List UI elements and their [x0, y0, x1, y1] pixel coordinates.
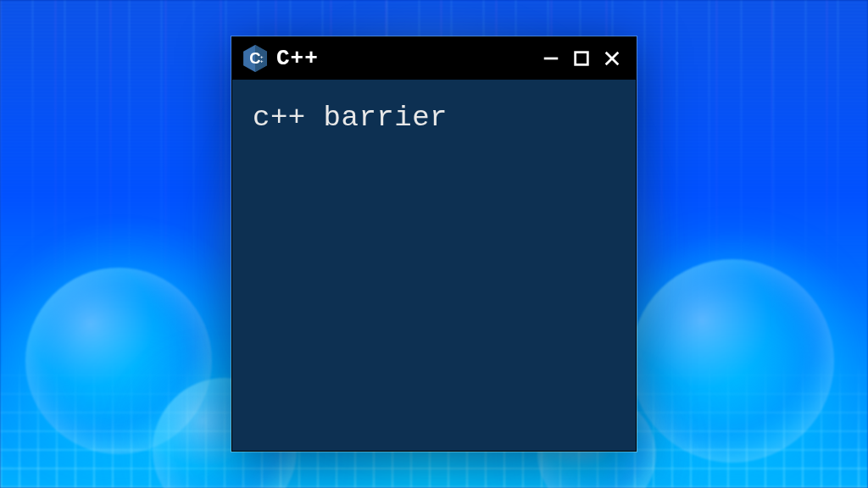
maximize-icon [572, 49, 591, 68]
svg-rect-6 [576, 53, 588, 65]
window-title: C++ [276, 46, 531, 71]
close-button[interactable] [600, 47, 624, 70]
terminal-body[interactable]: c++ barrier [232, 80, 636, 451]
close-icon [603, 49, 621, 68]
cpp-logo-icon: C + + [242, 44, 268, 73]
svg-text:C: C [249, 49, 260, 67]
titlebar[interactable]: C + + C++ [232, 37, 636, 80]
terminal-window: C + + C++ c++ barrier [231, 36, 637, 452]
window-frame: C + + C++ c++ barrier [231, 36, 637, 452]
svg-text:+: + [260, 58, 264, 64]
terminal-text: c++ barrier [253, 102, 448, 134]
minimize-button[interactable] [539, 47, 563, 70]
minimize-icon [542, 49, 560, 68]
svg-text:+: + [260, 54, 264, 59]
window-controls [539, 47, 624, 70]
maximize-button[interactable] [570, 47, 593, 70]
